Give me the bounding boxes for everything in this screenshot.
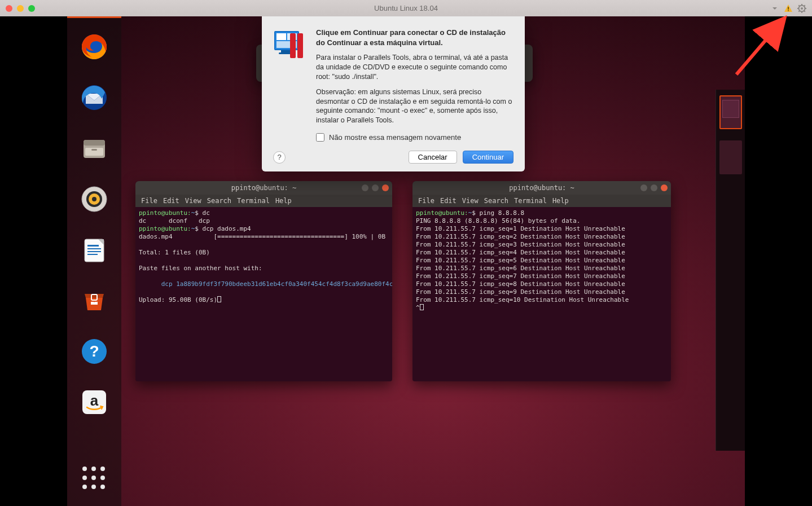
terminal2-menu-view[interactable]: View <box>462 197 479 205</box>
terminal1-menu-file[interactable]: File <box>141 197 157 205</box>
svg-rect-26 <box>87 251 101 252</box>
cancel-button[interactable]: Cancelar <box>409 151 457 164</box>
terminal2-menubar: File Edit View Search Terminal Help <box>412 195 671 207</box>
dock-ubuntu-software[interactable] <box>79 285 109 316</box>
window-title: Ubuntu Linux 18.04 <box>0 4 812 12</box>
svg-rect-27 <box>87 254 98 255</box>
terminal1-maximize[interactable] <box>372 184 379 191</box>
terminal-window-2[interactable]: ppinto@ubuntu: ~ File Edit View Search T… <box>412 181 671 381</box>
svg-rect-1 <box>788 10 789 11</box>
terminal1-body[interactable]: ppinto@ubuntu:~$ dc dc dconf dcp ppinto@… <box>135 207 392 306</box>
terminal1-menu-view[interactable]: View <box>185 197 201 205</box>
zoom-window-button[interactable] <box>28 5 35 12</box>
terminal1-menu-terminal[interactable]: Terminal <box>237 197 270 205</box>
dock-libreoffice-writer[interactable] <box>79 235 109 265</box>
traffic-lights <box>6 5 35 12</box>
svg-rect-24 <box>87 245 99 247</box>
svg-rect-42 <box>290 33 296 58</box>
terminal2-menu-edit[interactable]: Edit <box>440 197 457 205</box>
minimize-window-button[interactable] <box>17 5 24 12</box>
parallels-dialog: Clique em Continuar para conectar o CD d… <box>262 16 525 171</box>
dialog-checkbox-label: Não mostre essa mensagem novamente <box>329 133 461 142</box>
terminal1-menu-help[interactable]: Help <box>275 197 292 205</box>
svg-text:a: a <box>90 392 99 409</box>
dialog-checkbox[interactable] <box>316 133 324 142</box>
svg-line-8 <box>798 5 800 6</box>
dock-help[interactable]: ? <box>79 336 109 367</box>
terminal1-window-buttons <box>362 184 389 191</box>
terminal2-minimize[interactable] <box>640 184 647 191</box>
dialog-paragraph-1: Para instalar o Parallels Tools, abra o … <box>316 53 513 82</box>
svg-rect-17 <box>91 149 97 151</box>
terminal2-window-buttons <box>640 184 668 191</box>
terminal1-menubar: File Edit View Search Terminal Help <box>135 195 392 207</box>
svg-rect-37 <box>276 33 286 40</box>
svg-text:?: ? <box>89 342 99 360</box>
terminal1-close[interactable] <box>382 184 389 191</box>
terminal2-menu-search[interactable]: Search <box>484 197 508 205</box>
terminal2-menu-file[interactable]: File <box>418 197 434 205</box>
terminal2-title: ppinto@ubuntu: ~ <box>509 184 574 192</box>
dialog-text: Clique em Continuar para conectar o CD d… <box>316 28 513 131</box>
parallels-icon <box>273 28 307 131</box>
dialog-paragraph-2: Observação: em alguns sistemas Linux, se… <box>316 87 513 126</box>
terminal1-titlebar[interactable]: ppinto@ubuntu: ~ <box>135 181 392 195</box>
terminal2-titlebar[interactable]: ppinto@ubuntu: ~ <box>412 181 671 195</box>
ubuntu-dock: ? a <box>67 18 121 506</box>
svg-line-10 <box>798 10 800 11</box>
warning-icon[interactable] <box>784 4 793 13</box>
terminal1-minimize[interactable] <box>362 184 368 191</box>
dock-amazon[interactable]: a <box>79 387 109 417</box>
workspace-switcher <box>716 90 745 451</box>
continue-button[interactable]: Continuar <box>463 151 513 164</box>
svg-line-11 <box>804 5 805 6</box>
gear-icon[interactable] <box>797 4 806 13</box>
dialog-dont-show-again[interactable]: Não mostre essa mensagem novamente <box>316 133 513 142</box>
dock-files[interactable] <box>79 133 109 164</box>
close-window-button[interactable] <box>6 5 12 12</box>
terminal2-body[interactable]: ppinto@ubuntu:~$ ping 8.8.8.8 PING 8.8.8… <box>412 207 671 314</box>
svg-line-9 <box>804 10 805 11</box>
terminal1-menu-search[interactable]: Search <box>207 197 231 205</box>
svg-rect-25 <box>87 248 101 249</box>
dock-firefox[interactable] <box>79 32 109 62</box>
apps-grid-icon <box>82 467 106 490</box>
vm-frame: ? a ppinto@ubuntu: ~ <box>0 16 812 506</box>
svg-point-22 <box>92 197 96 201</box>
terminal2-menu-help[interactable]: Help <box>552 197 569 205</box>
window-titlebar: Ubuntu Linux 18.04 <box>0 0 812 16</box>
dialog-headline: Clique em Continuar para conectar o CD d… <box>316 28 513 47</box>
terminal-window-1[interactable]: ppinto@ubuntu: ~ File Edit View Search T… <box>135 181 392 381</box>
svg-rect-43 <box>297 33 303 58</box>
dock-show-apps[interactable] <box>79 463 109 494</box>
ubuntu-desktop: ? a ppinto@ubuntu: ~ <box>67 16 745 506</box>
dock-rhythmbox[interactable] <box>79 184 109 214</box>
svg-point-3 <box>801 7 803 10</box>
svg-rect-0 <box>788 7 789 10</box>
help-button[interactable]: ? <box>273 151 286 164</box>
dropdown-icon[interactable] <box>770 4 779 13</box>
terminal1-menu-edit[interactable]: Edit <box>163 197 179 205</box>
terminal1-title: ppinto@ubuntu: ~ <box>231 184 297 192</box>
terminal2-close[interactable] <box>661 184 668 191</box>
svg-rect-23 <box>85 239 104 262</box>
titlebar-right-controls <box>770 4 806 13</box>
workspace-1[interactable] <box>719 95 742 129</box>
terminal2-maximize[interactable] <box>651 184 657 191</box>
terminal2-menu-terminal[interactable]: Terminal <box>514 197 547 205</box>
dock-thunderbird[interactable] <box>79 82 109 113</box>
workspace-2[interactable] <box>719 140 742 174</box>
svg-rect-15 <box>84 140 105 146</box>
